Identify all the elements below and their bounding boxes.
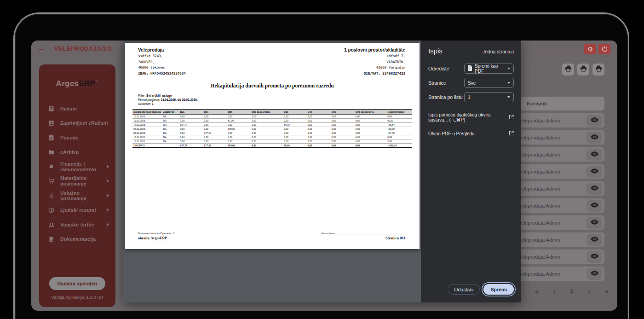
setting-row: OdredišteSpremi kao PDF [428, 64, 514, 74]
setting-select-stranice[interactable]: Sve [464, 78, 514, 88]
pages-summary: Jedna stranica [483, 49, 514, 54]
app-version: Verzija Aplikacije: 1.3.0+24 [39, 295, 115, 300]
user-name: Veleprodaja Admin [518, 237, 560, 243]
print-preview-modal: Veleprodaja ssdfsd 3243, ?AKOVEC, 40000 … [123, 41, 521, 302]
report-column-header: U00-neoporezivo [355, 110, 387, 115]
bell-icon [48, 163, 55, 170]
eye-icon [591, 151, 598, 157]
chevron-right-icon [107, 165, 109, 168]
users-column-label: Korisnik [527, 101, 547, 106]
view-button[interactable] [586, 149, 602, 161]
view-button[interactable] [586, 268, 602, 280]
prev-page-button[interactable]: ‹ [553, 288, 555, 295]
sidebar-item-earhiva[interactable]: eArhiva [39, 145, 115, 160]
report-row: 09.02.2026.DA0,00127,500,000,000,000,000… [132, 131, 412, 135]
people-icon [48, 207, 55, 213]
user-name: Veleprodaja Admin [518, 186, 560, 191]
print-button-2[interactable] [577, 64, 589, 75]
docs-icon [48, 236, 55, 242]
sidebar-item-label: eArhiva [60, 149, 79, 155]
logout-button[interactable] [598, 44, 610, 54]
user-name: Veleprodaja Admin [518, 271, 560, 277]
report-row: 10.01.2026.DA0,000,000,000,000,000,000,0… [132, 114, 412, 118]
document-page: Veleprodaja ssdfsd 3243, ?AKOVEC, 40000 … [125, 43, 420, 249]
setting-label: Stranica po listu [428, 94, 463, 100]
sidebar-item-label: Financije i računovodstvo [60, 161, 107, 172]
selected-value: 1 [468, 95, 471, 100]
eye-icon [591, 168, 598, 174]
sidebar-item-materijalno-poslovanje[interactable]: Materijalno poslovanje [39, 174, 115, 189]
view-button[interactable] [586, 115, 602, 127]
sidebar-item-label: Materijalno poslovanje [60, 175, 107, 186]
back-arrow-icon[interactable]: ← [38, 44, 45, 52]
external-link-icon [509, 113, 514, 122]
sidebar-footer: Dodatni operateri Verzija Aplikacije: 1.… [39, 277, 115, 307]
setting-select-odredi-te[interactable]: Spremi kao PDF [464, 64, 514, 74]
view-button[interactable] [586, 251, 602, 263]
report-row: 12.01.2026.DA5,000,0085,000,000,000,000,… [132, 118, 412, 122]
sidebar-item-label: Zaprimljeni eRačuni [60, 120, 108, 126]
eye-icon [591, 271, 598, 277]
offer-icon [48, 134, 55, 141]
sidebar-item-ponude[interactable]: Ponude [39, 130, 115, 145]
invoice-icon [48, 105, 55, 112]
view-button[interactable] [586, 183, 602, 195]
user-name: Veleprodaja Admin [518, 220, 560, 226]
print-button-3[interactable] [592, 64, 604, 75]
eye-icon [591, 117, 598, 123]
pagination: « ‹ 1 › » [535, 285, 609, 296]
settings-button[interactable]: ⚙ [584, 44, 596, 54]
printer-icon [580, 65, 587, 74]
dialog-link[interactable]: Ispis pomoću dijaloškog okvira sustava..… [428, 112, 514, 122]
sidebar-item-ljudski-resursi[interactable]: Ljudski resursi [39, 203, 115, 218]
company-block: Veleprodaja ssdfsd 3243, ?AKOVEC, 40000 … [138, 47, 186, 76]
report-column-header: Ukupni promet [386, 110, 412, 115]
caret-down-icon [507, 96, 510, 98]
sidebar-item-vanjske-tvrtke[interactable]: Vanjske tvrtke [39, 217, 115, 232]
report-row: 10.02.2026.DA0,000,000,000,000,000,000,0… [132, 135, 412, 139]
report-row: 04.02.2026.DA0,000,00100,000,000,000,000… [132, 127, 412, 131]
location-block: 1 poslovni prostor/skladište sdfsdf 7, V… [344, 47, 405, 76]
chevron-right-icon [107, 194, 109, 197]
additional-operators-button[interactable]: Dodatni operateri [49, 277, 106, 290]
user-name: Veleprodaja Admin [518, 169, 560, 174]
sidebar-item-dokumentacija[interactable]: Dokumentacija [39, 232, 115, 247]
eye-icon [591, 220, 598, 226]
view-button[interactable] [586, 217, 602, 229]
app-logo: ArgesERP™ [39, 79, 115, 88]
sidebar-item-zaprimljeni-era-uni[interactable]: Zaprimljeni eRačuni [39, 116, 115, 131]
first-page-button[interactable]: « [535, 288, 538, 295]
chevron-right-icon [107, 209, 109, 211]
sidebar-item-ra-uni[interactable]: Računi [39, 101, 115, 116]
screenshot-stage: ← VELEPRODAJA/1/1 ⚙ ArgesERP™ RačuniZapr… [0, 0, 644, 319]
view-button[interactable] [586, 132, 602, 144]
sidebar: ArgesERP™ RačuniZaprimljeni eRačuniPonud… [39, 64, 115, 307]
view-button[interactable] [586, 234, 602, 246]
document-footer: Dokument izradio/Operater: 1 obrada:Arge… [138, 232, 405, 240]
save-button[interactable]: Spremi [483, 284, 514, 295]
view-button[interactable] [586, 166, 602, 178]
power-icon [602, 46, 608, 52]
inbox-icon [48, 120, 55, 126]
report-table: Datum dnevnog prometaZaklju?anR25R13R05R… [132, 109, 412, 148]
view-button[interactable] [586, 200, 602, 212]
sidebar-item-financije-i-ra-unovodstvo[interactable]: Financije i računovodstvo [39, 159, 115, 174]
filter-line: Period pregleda: 01.01.2026. do 25.02.20… [138, 98, 420, 102]
eye-icon [591, 186, 598, 191]
cancel-button[interactable]: Odustani [448, 284, 480, 295]
dialog-link-label: Ispis pomoću dijaloškog okvira sustava..… [428, 112, 509, 122]
chevron-right-icon [107, 223, 109, 226]
sidebar-item-uslu-no-poslovanje[interactable]: Uslužno poslovanje [39, 188, 115, 203]
sidebar-item-label: Ljudski resursi [60, 207, 96, 213]
dialog-link[interactable]: Otvori PDF u Pregledu [428, 129, 514, 138]
setting-row: Stranica po listu1 [428, 92, 514, 102]
last-page-button[interactable]: » [605, 288, 609, 295]
caret-down-icon [507, 68, 510, 70]
next-page-button[interactable]: › [588, 288, 590, 295]
user-name: Veleprodaja Admin [518, 152, 560, 157]
setting-label: Odredište [428, 66, 449, 71]
pdf-preview-pane: Veleprodaja ssdfsd 3243, ?AKOVEC, 40000 … [123, 41, 421, 302]
print-button-1[interactable] [562, 64, 574, 75]
external-link-icon [509, 129, 514, 138]
setting-select-stranica-po-listu[interactable]: 1 [464, 92, 514, 102]
